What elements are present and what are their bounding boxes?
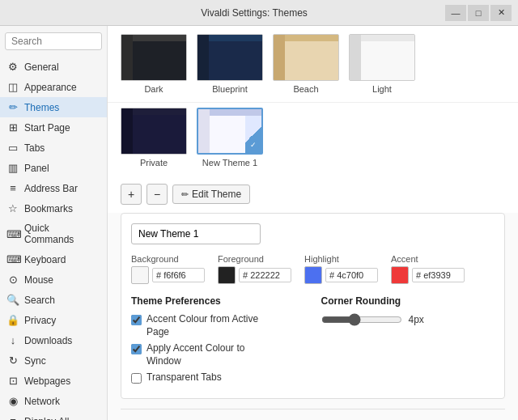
sidebar-item-appearance[interactable]: ◫ Appearance: [0, 77, 107, 97]
themes-row-2: Private ✓ New Theme 1: [108, 103, 518, 176]
sidebar-item-downloads[interactable]: ↓ Downloads: [0, 330, 107, 350]
slider-row: 4px: [321, 313, 495, 326]
preview-content: [133, 41, 186, 80]
sidebar-item-label: Quick Commands: [24, 223, 100, 245]
sidebar-item-label: Display All: [24, 416, 69, 421]
sidebar-item-search[interactable]: 🔍 Search: [0, 290, 107, 310]
checkbox-accent-active: Accent Colour from ActivePage: [131, 313, 305, 338]
mouse-icon: ⊙: [6, 274, 19, 286]
sidebar-item-start-page[interactable]: ⊞ Start Page: [0, 117, 107, 138]
sidebar-item-label: Panel: [24, 163, 49, 174]
background-hex-input[interactable]: [152, 268, 205, 282]
maximize-button[interactable]: □: [468, 5, 489, 21]
highlight-color-field: Highlight: [304, 254, 378, 284]
accent-hex-input[interactable]: [412, 268, 465, 282]
sidebar-item-label: Keyboard: [24, 254, 66, 265]
background-label: Background: [131, 254, 205, 264]
preview-sidebar: [274, 35, 285, 80]
add-theme-button[interactable]: +: [121, 184, 142, 205]
theme-name-input[interactable]: [131, 223, 261, 244]
preview-content: [133, 115, 186, 154]
window-controls: — □ ✕: [445, 5, 512, 21]
theme-label-new-theme: New Theme 1: [202, 158, 257, 168]
sidebar-item-network[interactable]: ◉ Network: [0, 391, 107, 411]
theme-blueprint[interactable]: Blueprint: [197, 34, 263, 94]
theme-beach[interactable]: Beach: [273, 34, 339, 94]
theme-label-blueprint: Blueprint: [212, 84, 247, 94]
sidebar-item-webpages[interactable]: ⊡ Webpages: [0, 371, 107, 391]
theme-prefs: Theme Preferences Accent Colour from Act…: [131, 295, 305, 388]
apply-accent-checkbox[interactable]: [131, 344, 142, 354]
remove-theme-button[interactable]: −: [146, 184, 168, 205]
foreground-color-field: Foreground: [218, 254, 291, 284]
general-icon: ⚙: [6, 61, 19, 73]
sidebar-item-label: Downloads: [24, 335, 72, 346]
foreground-label: Foreground: [218, 254, 291, 264]
minimize-button[interactable]: —: [445, 5, 466, 21]
foreground-hex-input[interactable]: [239, 268, 291, 282]
search-icon: 🔍: [6, 294, 19, 306]
transparent-tabs-label: Transparent Tabs: [146, 371, 222, 384]
checkbox-apply-accent: Apply Accent Colour toWindow: [131, 342, 305, 367]
sidebar-item-label: Bookmarks: [24, 203, 73, 214]
start-page-icon: ⊞: [6, 121, 19, 134]
highlight-label: Highlight: [304, 254, 378, 264]
sidebar-item-label: Start Page: [24, 122, 70, 134]
private-window-section: PRIVATE WINDOW THEME Select theme to use…: [108, 409, 518, 420]
background-swatch[interactable]: [131, 266, 149, 284]
sidebar-item-bookmarks[interactable]: ☆ Bookmarks: [0, 198, 107, 218]
background-input-row: [131, 266, 205, 284]
highlight-hex-input[interactable]: [325, 268, 378, 282]
search-input[interactable]: [5, 32, 102, 50]
edit-theme-button[interactable]: ✏ Edit Theme: [172, 185, 250, 204]
theme-dark[interactable]: Dark: [121, 34, 187, 94]
sidebar-item-label: Sync: [24, 355, 46, 367]
accent-color-field: Accent: [391, 254, 465, 284]
colors-row: Background Foreground Highlight: [131, 254, 495, 284]
sidebar-item-tabs[interactable]: ▭ Tabs: [0, 138, 107, 158]
foreground-swatch[interactable]: [218, 266, 236, 284]
preview-topbar: [133, 108, 186, 115]
sidebar: ⚙ General ◫ Appearance ✏ Themes ⊞ Start …: [0, 26, 108, 420]
downloads-icon: ↓: [6, 334, 19, 346]
theme-new-theme[interactable]: ✓ New Theme 1: [197, 108, 263, 168]
sidebar-item-themes[interactable]: ✏ Themes: [0, 97, 107, 117]
window-title: Vivaldi Settings: Themes: [63, 7, 445, 19]
preview-topbar: [210, 109, 261, 116]
preview-topbar: [209, 35, 262, 41]
foreground-input-row: [218, 266, 291, 284]
titlebar: Vivaldi Settings: Themes — □ ✕: [0, 0, 518, 26]
theme-private[interactable]: Private: [121, 108, 187, 168]
accent-active-checkbox[interactable]: [131, 315, 142, 325]
network-icon: ◉: [6, 395, 19, 407]
close-button[interactable]: ✕: [490, 5, 512, 21]
appearance-icon: ◫: [6, 81, 19, 93]
sidebar-item-sync[interactable]: ↻ Sync: [0, 350, 107, 371]
theme-label-private: Private: [140, 158, 168, 168]
sidebar-item-address-bar[interactable]: ≡ Address Bar: [0, 178, 107, 198]
sync-icon: ↻: [6, 354, 19, 367]
sidebar-item-display-all[interactable]: ≡ Display All: [0, 411, 107, 420]
preview-sidebar: [121, 35, 133, 80]
preview-content: [361, 41, 414, 80]
accent-swatch[interactable]: [391, 266, 409, 284]
background-color-field: Background: [131, 254, 205, 284]
sidebar-item-quick-commands[interactable]: ⌨ Quick Commands: [0, 218, 107, 249]
sidebar-item-privacy[interactable]: 🔒 Privacy: [0, 310, 107, 330]
address-bar-icon: ≡: [6, 182, 19, 194]
checkbox-transparent-tabs: Transparent Tabs: [131, 371, 305, 384]
sidebar-item-panel[interactable]: ▥ Panel: [0, 158, 107, 178]
sidebar-item-mouse[interactable]: ⊙ Mouse: [0, 269, 107, 290]
theme-label-dark: Dark: [144, 84, 163, 94]
theme-light[interactable]: Light: [349, 34, 415, 94]
theme-preview-blueprint: [197, 34, 263, 81]
sidebar-item-label: Themes: [24, 102, 59, 113]
corner-rounding-slider[interactable]: [321, 313, 402, 326]
webpages-icon: ⊡: [6, 375, 19, 387]
sidebar-item-general[interactable]: ⚙ General: [0, 57, 107, 77]
privacy-icon: 🔒: [6, 314, 19, 326]
prefs-row: Theme Preferences Accent Colour from Act…: [131, 295, 495, 388]
transparent-tabs-checkbox[interactable]: [131, 373, 142, 384]
sidebar-item-keyboard[interactable]: ⌨ Keyboard: [0, 249, 107, 269]
highlight-swatch[interactable]: [304, 266, 322, 284]
